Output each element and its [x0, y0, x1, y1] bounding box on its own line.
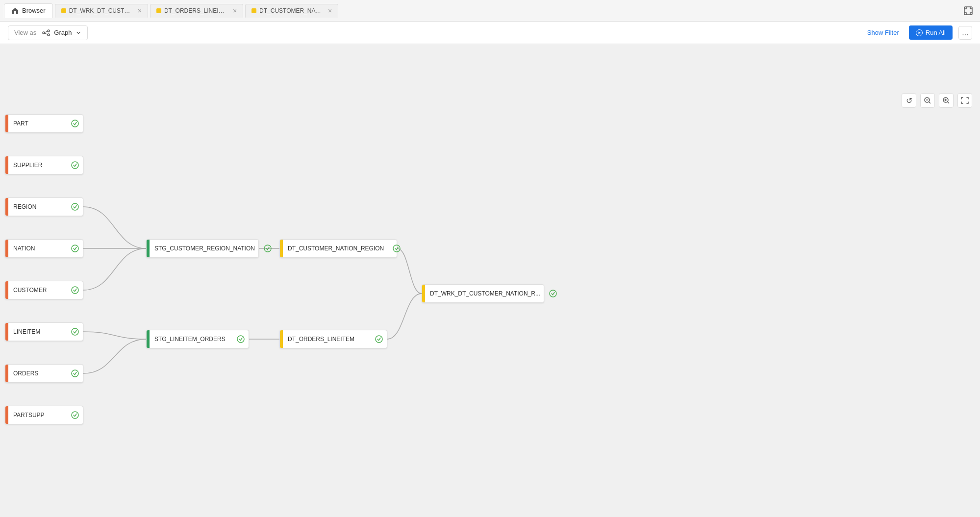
tab-close-3[interactable]: ×	[328, 7, 332, 14]
toolbar-right: Show Filter Run All ...	[863, 25, 972, 40]
svg-point-26	[376, 336, 382, 343]
node-label: ORDERS	[8, 365, 67, 382]
fit-button[interactable]	[957, 93, 972, 108]
toolbar: View as Graph Show Filter Run All ...	[0, 22, 980, 44]
node-check-icon	[67, 365, 83, 382]
node-customer[interactable]: CUSTOMER	[5, 281, 83, 299]
tab-close-1[interactable]: ×	[138, 7, 142, 14]
tab-bar-right	[960, 3, 976, 19]
connection-REGION-STG_CUSTOMER_REGION_NATION	[83, 207, 146, 248]
node-check-icon	[67, 198, 83, 216]
zoom-out-button[interactable]	[920, 93, 935, 108]
tab-dot-2	[156, 8, 161, 13]
node-dt_orders_lineitem[interactable]: DT_ORDERS_LINEITEM	[279, 330, 387, 348]
chevron-down-icon	[75, 30, 81, 36]
connection-ORDERS-STG_LINEITEM_ORDERS	[83, 339, 146, 373]
tab-label-1: DT_WRK_DT_CUSTOMER_...	[69, 7, 133, 14]
svg-point-18	[72, 245, 78, 252]
node-label: NATION	[8, 240, 67, 257]
home-icon	[11, 7, 19, 15]
graph-icon	[42, 29, 50, 37]
view-as-label: View as	[14, 29, 36, 36]
node-dt_wrk_dt_customer_nation_r[interactable]: DT_WRK_DT_CUSTOMER_NATION_R...	[422, 284, 544, 303]
svg-line-4	[45, 31, 48, 32]
node-check-icon	[67, 323, 83, 341]
svg-point-24	[237, 336, 244, 343]
play-icon	[916, 29, 923, 36]
svg-point-1	[43, 32, 45, 34]
svg-point-3	[48, 34, 50, 36]
node-label: REGION	[8, 198, 67, 216]
expand-icon[interactable]	[960, 3, 976, 19]
zoom-in-button[interactable]	[939, 93, 954, 108]
node-stg_customer_region_nation[interactable]: STG_CUSTOMER_REGION_NATION	[146, 239, 259, 258]
svg-point-27	[550, 290, 556, 297]
node-check-icon	[260, 240, 276, 257]
tab-label-2: DT_ORDERS_LINEITEM	[164, 7, 228, 14]
home-tab[interactable]: Browser	[4, 3, 53, 18]
node-label: STG_CUSTOMER_REGION_NATION	[150, 240, 260, 257]
node-lineitem[interactable]: LINEITEM	[5, 322, 83, 341]
tab-dt-orders[interactable]: DT_ORDERS_LINEITEM ×	[150, 4, 243, 18]
tab-bar: Browser DT_WRK_DT_CUSTOMER_... × DT_ORDE…	[0, 0, 980, 22]
node-label: DT_CUSTOMER_NATION_REGION	[283, 240, 389, 257]
more-label: ...	[962, 28, 968, 37]
node-label: STG_LINEITEM_ORDERS	[150, 330, 233, 348]
node-label: DT_WRK_DT_CUSTOMER_NATION_R...	[425, 285, 545, 302]
tab-dt-wrk[interactable]: DT_WRK_DT_CUSTOMER_... ×	[55, 4, 148, 18]
home-tab-label: Browser	[22, 7, 46, 14]
node-check-icon	[67, 240, 83, 257]
refresh-button[interactable]: ↺	[902, 93, 916, 108]
node-supplier[interactable]: SUPPLIER	[5, 156, 83, 174]
tab-dot-3	[251, 8, 256, 13]
connector-lines	[0, 44, 980, 517]
node-label: PARTSUPP	[8, 406, 67, 424]
svg-line-10	[929, 102, 930, 103]
connection-CUSTOMER-STG_CUSTOMER_REGION_NATION	[83, 248, 146, 290]
svg-point-20	[72, 328, 78, 335]
node-partsupp[interactable]: PARTSUPP	[5, 406, 83, 424]
node-check-icon	[67, 115, 83, 132]
svg-point-17	[72, 203, 78, 210]
svg-line-5	[45, 33, 48, 34]
node-label: CUSTOMER	[8, 281, 67, 299]
connection-DT_ORDERS_LINEITEM-DT_WRK_DT_CUSTOMER_NATION_R	[387, 294, 422, 339]
svg-point-15	[72, 120, 78, 127]
connection-LINEITEM-STG_LINEITEM_ORDERS	[83, 332, 146, 339]
svg-point-16	[72, 162, 78, 169]
svg-line-14	[948, 102, 949, 103]
node-check-icon	[67, 406, 83, 424]
view-as-value: Graph	[54, 29, 72, 36]
node-check-icon	[67, 156, 83, 174]
node-check-icon	[545, 285, 561, 302]
canvas-controls: ↺	[902, 93, 972, 108]
svg-point-19	[72, 287, 78, 294]
tab-dot-1	[61, 8, 66, 13]
run-all-label: Run All	[926, 29, 946, 36]
view-as-button[interactable]: View as Graph	[8, 25, 88, 40]
tab-dt-customer-nation[interactable]: DT_CUSTOMER_NATION_... ×	[245, 4, 338, 18]
node-check-icon	[389, 240, 404, 257]
svg-point-21	[72, 370, 78, 377]
tab-close-2[interactable]: ×	[233, 7, 237, 14]
node-label: DT_ORDERS_LINEITEM	[283, 330, 371, 348]
graph-canvas: ↺ PARTSUPPLIERREGIONNATIONCUSTOMERLINEIT…	[0, 44, 980, 517]
node-part[interactable]: PART	[5, 114, 83, 133]
svg-point-23	[264, 245, 271, 252]
svg-point-25	[393, 245, 400, 252]
node-dt_customer_nation_region[interactable]: DT_CUSTOMER_NATION_REGION	[279, 239, 397, 258]
node-label: SUPPLIER	[8, 156, 67, 174]
node-nation[interactable]: NATION	[5, 239, 83, 258]
run-all-button[interactable]: Run All	[909, 25, 953, 40]
svg-marker-7	[918, 31, 921, 34]
node-check-icon	[67, 281, 83, 299]
node-orders[interactable]: ORDERS	[5, 364, 83, 383]
node-region[interactable]: REGION	[5, 197, 83, 216]
node-stg_lineitem_orders[interactable]: STG_LINEITEM_ORDERS	[146, 330, 249, 348]
svg-point-2	[48, 30, 50, 32]
more-button[interactable]: ...	[958, 26, 972, 40]
svg-rect-0	[964, 7, 972, 15]
node-label: PART	[8, 115, 67, 132]
node-check-icon	[371, 330, 387, 348]
show-filter-button[interactable]: Show Filter	[863, 26, 903, 39]
